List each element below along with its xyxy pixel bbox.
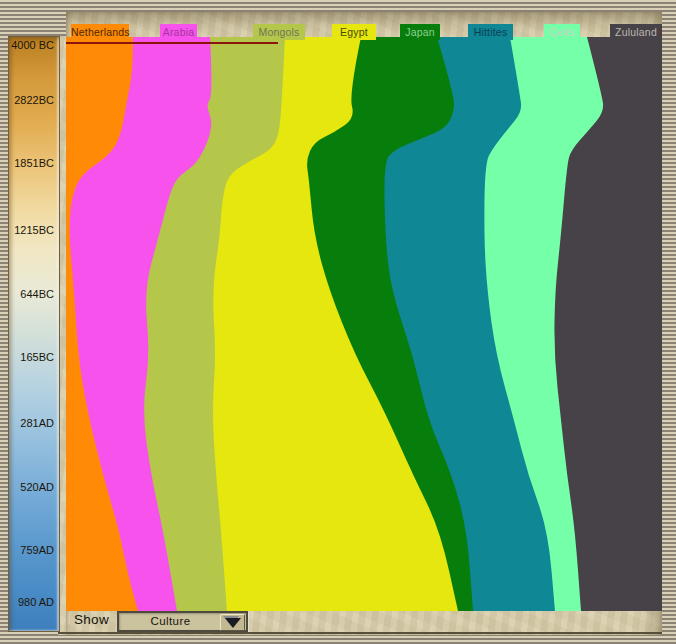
civ-label-celts: Celts xyxy=(544,24,580,40)
timeline-date-1: 2822BC xyxy=(9,95,54,106)
show-label: Show xyxy=(74,612,109,627)
civ-label-hittites: Hittites xyxy=(468,24,513,40)
civ-label-mongols: Mongols xyxy=(253,24,305,40)
timeline-date-7: 520AD xyxy=(9,482,54,493)
chart-top-border-line xyxy=(66,42,278,44)
show-mode-dropdown[interactable]: Culture xyxy=(117,611,248,632)
timeline-date-3: 1215BC xyxy=(9,225,54,236)
dropdown-arrow-icon xyxy=(225,618,241,628)
civ-label-arabia: Arabia xyxy=(160,24,197,40)
culture-histograph-chart xyxy=(66,37,662,611)
timeline-date-9: 980 AD xyxy=(9,597,54,608)
civ-label-egypt: Egypt xyxy=(332,24,376,40)
histograph-screen: 4000 BC2822BC1851BC1215BC644BC165BC281AD… xyxy=(0,0,676,644)
timeline-date-2: 1851BC xyxy=(9,158,54,169)
timeline-bar: 4000 BC2822BC1851BC1215BC644BC165BC281AD… xyxy=(8,36,60,632)
timeline-date-6: 281AD xyxy=(9,418,54,429)
dropdown-selected-value: Culture xyxy=(119,613,222,630)
timeline-date-5: 165BC xyxy=(9,352,54,363)
civ-label-netherlands: Netherlands xyxy=(71,24,129,40)
dropdown-arrow-button[interactable] xyxy=(220,614,245,631)
bottom-divider-line xyxy=(58,632,662,634)
timeline-date-0: 4000 BC xyxy=(9,40,54,51)
timeline-date-4: 644BC xyxy=(9,289,54,300)
timeline-date-8: 759AD xyxy=(9,545,54,556)
civ-label-zululand: Zululand xyxy=(610,24,662,40)
civ-label-japan: Japan xyxy=(400,24,440,40)
